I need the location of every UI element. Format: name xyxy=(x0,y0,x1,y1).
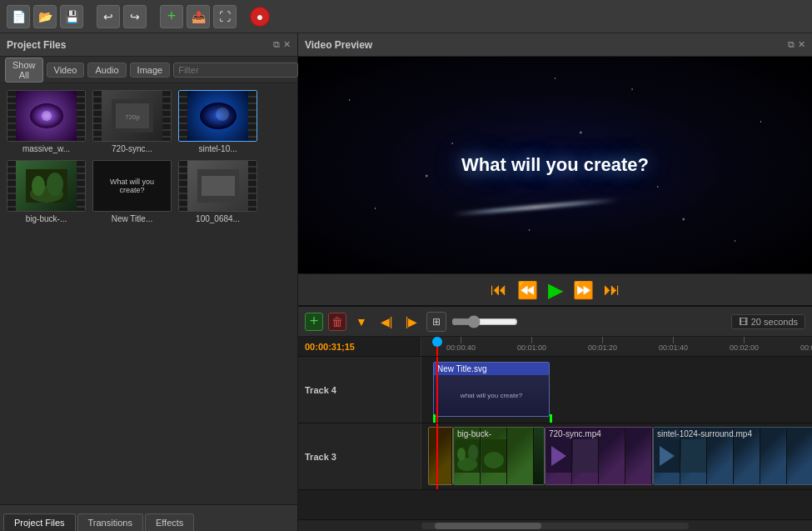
seconds-label: 20 seconds xyxy=(751,317,798,327)
save-button[interactable]: 💾 xyxy=(60,5,83,28)
jump-end-button[interactable]: ⏭ xyxy=(604,280,620,299)
right-panel: Video Preview ⧉ ✕ What will you create? … xyxy=(298,33,812,531)
sync-frame3 xyxy=(599,428,625,484)
open-button[interactable]: 📂 xyxy=(33,5,57,28)
preview-header-icons: ⧉ ✕ xyxy=(788,39,805,50)
media-item-sintel[interactable]: sintel-10... xyxy=(178,90,257,153)
preview-close-icon[interactable]: ✕ xyxy=(798,39,805,50)
clip-m-frame xyxy=(429,428,452,484)
timeline-seconds-display: 🎞 20 seconds xyxy=(731,314,805,329)
media-thumb-720sync: 720p xyxy=(92,90,172,142)
media-thumb-bigbuck xyxy=(7,160,86,212)
media-label-bigbuck: big-buck-... xyxy=(7,214,86,223)
timeline-scroll-track[interactable] xyxy=(421,523,689,529)
tracks-container: Track 4 New Title.svg what will you crea… xyxy=(298,357,812,519)
sync-frame4 xyxy=(625,428,652,484)
bottom-tabs: Project Files Transitions Effects xyxy=(0,504,297,531)
preview-area: What will you create? xyxy=(298,57,812,273)
clip-720sync[interactable]: 720-sync.mp4 xyxy=(545,427,653,485)
new-button[interactable]: 📄 xyxy=(7,5,30,28)
media-label-720sync: 720-sync... xyxy=(92,144,172,153)
timeline-ruler: 00:00:31;15 00:00:40 00:01:00 00:01:20 xyxy=(298,337,812,357)
ruler-tick-0: 00:00:40 xyxy=(446,337,476,352)
sync-clip-label: 720-sync.mp4 xyxy=(549,429,601,438)
timeline-scroll-thumb[interactable] xyxy=(435,523,541,529)
media-label-massive: massive_w... xyxy=(7,144,86,153)
track4-label: Track 4 xyxy=(298,357,421,423)
sintel-frame6 xyxy=(787,428,812,484)
preview-text: What will you create? xyxy=(461,154,649,176)
redo-button[interactable]: ↪ xyxy=(123,5,147,28)
record-button[interactable]: ● xyxy=(250,7,270,27)
project-files-header: Project Files ⧉ ✕ xyxy=(0,33,297,57)
timeline-prev-button[interactable]: ◀| xyxy=(376,312,396,332)
tab-transitions[interactable]: Transitions xyxy=(77,513,143,531)
timeline-snap-button[interactable]: ⊞ xyxy=(426,312,446,332)
undo-button[interactable]: ↩ xyxy=(97,5,120,28)
preview-canvas: What will you create? xyxy=(298,57,812,273)
timeline-scrollbar xyxy=(298,519,812,531)
minimize-icon[interactable]: ⧉ xyxy=(273,39,280,50)
title-clip-header: New Title.svg xyxy=(434,363,549,375)
timeline-filter-button[interactable]: ▼ xyxy=(351,312,371,332)
video-filter-button[interactable]: Video xyxy=(47,63,85,78)
clip-bigbuck[interactable]: big-buck- xyxy=(453,427,545,485)
timeline-section: + 🗑 ▼ ◀| |▶ ⊞ 🎞 20 seconds 00:00:31;15 xyxy=(298,305,812,531)
svg-point-9 xyxy=(32,176,45,196)
svg-rect-12 xyxy=(202,176,235,196)
image-filter-button[interactable]: Image xyxy=(130,63,171,78)
svg-rect-24 xyxy=(681,439,706,473)
preview-title: Video Preview xyxy=(305,39,372,51)
track3-label: Track 3 xyxy=(298,423,421,489)
zoom-slider[interactable] xyxy=(451,315,518,328)
track4-content: New Title.svg what will you create? xyxy=(421,357,812,423)
media-item-720sync[interactable]: 720p 720-sync... xyxy=(92,90,172,153)
preview-minimize-icon[interactable]: ⧉ xyxy=(788,39,795,50)
clip-m[interactable] xyxy=(428,427,453,485)
fast-forward-button[interactable]: ⏩ xyxy=(573,280,594,300)
add-button[interactable]: + xyxy=(160,5,183,28)
media-item-massive[interactable]: massive_w... xyxy=(7,90,86,153)
media-item-bigbuck[interactable]: big-buck-... xyxy=(7,160,86,223)
preview-controls: ⏮ ⏪ ▶ ⏩ ⏭ xyxy=(298,273,812,305)
media-item-100[interactable]: 100_0684... xyxy=(178,160,257,223)
time-display: 00:00:31;15 xyxy=(298,337,421,356)
timeline-add-button[interactable]: + xyxy=(305,313,323,331)
ruler-ticks-area: 00:00:40 00:01:00 00:01:20 00:01:40 xyxy=(421,337,812,356)
project-files-title: Project Files xyxy=(7,39,66,51)
fullscreen-button[interactable]: ⛶ xyxy=(213,5,237,28)
tab-project-files[interactable]: Project Files xyxy=(3,513,76,531)
sintel-clip-label: sintel-1024-surround.mp4 xyxy=(657,429,752,438)
preview-header: Video Preview ⧉ ✕ xyxy=(298,33,812,57)
bigbuck-frame3 xyxy=(507,428,534,484)
filter-input[interactable] xyxy=(173,63,298,78)
rewind-button[interactable]: ⏪ xyxy=(517,280,538,300)
ruler-tick-3: 00:01:40 xyxy=(659,337,688,352)
timeline-delete-button[interactable]: 🗑 xyxy=(328,313,346,331)
main-layout: Project Files ⧉ ✕ Show All Video Audio I… xyxy=(0,33,812,531)
media-thumb-sintel xyxy=(178,90,257,142)
close-icon[interactable]: ✕ xyxy=(283,39,291,50)
export-button[interactable]: 📤 xyxy=(187,5,210,28)
svg-point-16 xyxy=(468,444,478,461)
jump-start-button[interactable]: ⏮ xyxy=(491,280,507,299)
media-thumb-massive xyxy=(7,90,86,142)
ruler-tick-4: 00:02:00 xyxy=(730,337,759,352)
tab-effects[interactable]: Effects xyxy=(145,513,194,531)
audio-filter-button[interactable]: Audio xyxy=(87,63,126,78)
media-label-sintel: sintel-10... xyxy=(178,144,257,153)
title-clip[interactable]: New Title.svg what will you create? xyxy=(433,362,550,417)
svg-point-1 xyxy=(42,111,52,121)
playhead-head xyxy=(432,337,442,347)
svg-rect-21 xyxy=(573,439,598,473)
title-clip-start-marker xyxy=(433,414,436,423)
clip-sintel[interactable]: sintel-1024-surround.mp4 xyxy=(653,427,812,485)
ruler-tick-2: 00:01:20 xyxy=(588,337,617,352)
timeline-next-button[interactable]: |▶ xyxy=(401,312,421,332)
ruler-tick-1: 00:01:00 xyxy=(517,337,546,352)
play-button[interactable]: ▶ xyxy=(548,278,563,302)
media-item-newtitle[interactable]: What will you create? New Title... xyxy=(92,160,172,223)
show-all-button[interactable]: Show All xyxy=(5,58,43,83)
left-panel: Project Files ⧉ ✕ Show All Video Audio I… xyxy=(0,33,298,531)
seconds-icon: 🎞 xyxy=(739,317,748,327)
